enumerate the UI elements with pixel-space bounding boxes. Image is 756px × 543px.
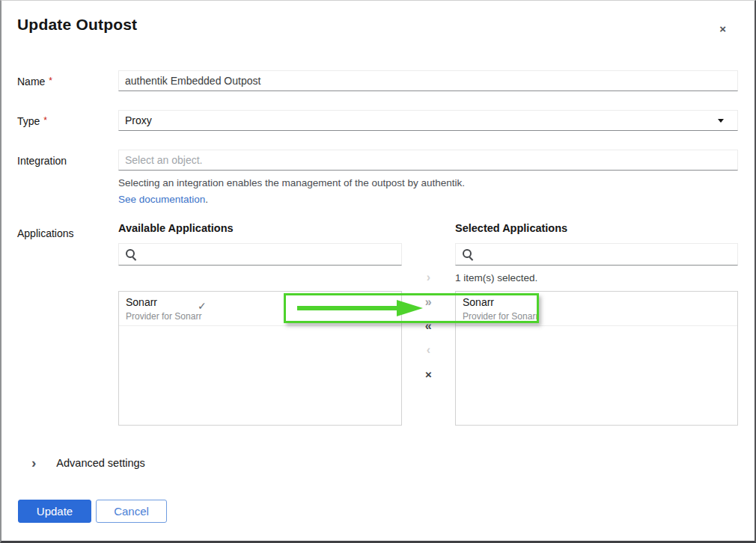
modal-header: Update Outpost × — [17, 16, 738, 36]
required-asterisk: * — [43, 115, 47, 126]
selected-search-box[interactable] — [455, 243, 738, 266]
remove-all-button[interactable]: × — [425, 369, 432, 381]
integration-label: Integration — [17, 150, 118, 205]
doc-link-period: . — [205, 194, 208, 205]
check-icon: ✓ — [198, 300, 207, 312]
item-name: Sonarr — [126, 296, 394, 310]
search-icon — [462, 248, 474, 260]
search-icon — [125, 248, 137, 260]
transfer-controls: › » « ‹ × — [402, 222, 455, 426]
see-documentation-link[interactable]: See documentation — [118, 194, 205, 205]
selected-applications-column: Selected Applications 1 item(s) selected… — [455, 222, 738, 426]
list-item-sonarr-selected[interactable]: Sonarr Provider for Sonarr — [456, 292, 737, 326]
name-input[interactable] — [118, 70, 738, 91]
type-field-row: Type* Proxy — [17, 110, 738, 131]
list-item-sonarr-available[interactable]: Sonarr Provider for Sonarr ✓ — [119, 292, 401, 326]
dual-list-selector: Available Applications Sonarr Provider f… — [118, 222, 738, 426]
item-description: Provider for Sonarr — [463, 311, 731, 322]
available-applications-list: Sonarr Provider for Sonarr ✓ — [118, 291, 402, 426]
name-field-row: Name* — [17, 70, 738, 91]
applications-field-row: Applications Available Applications — [17, 222, 738, 426]
modal-footer: Update Cancel — [18, 500, 738, 523]
advanced-settings-label: Advanced settings — [56, 457, 145, 469]
item-description: Provider for Sonarr — [126, 311, 394, 322]
selected-applications-list: Sonarr Provider for Sonarr — [455, 291, 738, 426]
integration-input[interactable] — [118, 150, 738, 171]
type-label: Type* — [17, 110, 118, 131]
integration-field-row: Integration Selecting an integration ena… — [17, 150, 738, 205]
type-select-value: Proxy — [125, 114, 152, 126]
advanced-settings-expander[interactable]: › Advanced settings — [31, 457, 738, 469]
move-all-left-button[interactable]: « — [425, 320, 432, 332]
chevron-down-icon — [718, 119, 724, 123]
move-all-right-button[interactable]: » — [425, 296, 432, 308]
modal-title: Update Outpost — [17, 16, 137, 34]
available-applications-column: Available Applications Sonarr Provider f… — [118, 222, 402, 426]
item-name: Sonarr — [463, 296, 731, 310]
available-status-spacer — [118, 266, 402, 291]
update-button[interactable]: Update — [18, 500, 91, 523]
cancel-button[interactable]: Cancel — [96, 500, 167, 523]
required-asterisk: * — [49, 76, 52, 86]
move-selected-left-button[interactable]: ‹ — [427, 344, 430, 356]
close-icon[interactable]: × — [716, 22, 729, 36]
move-selected-right-button[interactable]: › — [427, 272, 430, 283]
modal-window: Update Outpost × Name* Type* — [0, 0, 756, 543]
chevron-right-icon: › — [31, 458, 36, 468]
available-search-box[interactable] — [118, 243, 402, 266]
selected-count-text: 1 item(s) selected. — [455, 266, 738, 291]
type-select[interactable]: Proxy — [118, 110, 738, 131]
available-applications-title: Available Applications — [118, 222, 402, 237]
applications-label: Applications — [17, 222, 118, 426]
name-label: Name* — [17, 70, 118, 91]
integration-help-text: Selecting an integration enables the man… — [118, 177, 738, 188]
selected-applications-title: Selected Applications — [455, 222, 738, 237]
